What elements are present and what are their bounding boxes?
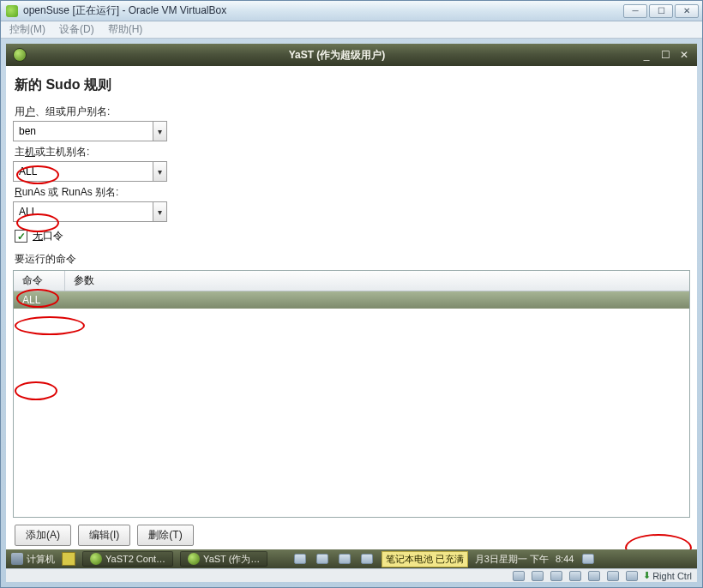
table-row[interactable]: ALL (14, 291, 689, 309)
tray-icon[interactable] (339, 554, 351, 564)
runas-input[interactable] (13, 201, 153, 222)
vm-min-button[interactable]: ─ (623, 4, 647, 18)
status-icon[interactable] (513, 571, 525, 581)
notes-icon[interactable] (62, 552, 75, 566)
tray-icon[interactable] (316, 554, 328, 564)
battery-status[interactable]: 笔记本电池 已充满 (382, 551, 468, 567)
runas-label: RunAs 或 RunAs 别名: (15, 185, 690, 200)
user-dropdown-button[interactable]: ▾ (153, 121, 167, 141)
yast-max-button[interactable]: ☐ (659, 49, 671, 61)
status-icon[interactable] (569, 571, 581, 581)
col-params: 参数 (65, 271, 689, 291)
host-dropdown-button[interactable]: ▾ (153, 161, 167, 182)
page-title: 新的 Sudo 规则 (15, 76, 690, 94)
vm-titlebar: openSuse [正在运行] - Oracle VM VirtualBox ─… (1, 1, 702, 21)
table-header: 命令 参数 (14, 271, 689, 291)
vm-menubar: 控制(M) 设备(D) 帮助(H) (1, 21, 702, 39)
task-yast-root[interactable]: YaST (作为… (180, 551, 267, 567)
clock-time[interactable]: 8:44 (556, 554, 574, 564)
user-input[interactable] (13, 121, 153, 141)
yast-window: YaST (作为超级用户) _ ☐ ✕ 新的 Sudo 规则 用户、组或用户别名… (6, 44, 697, 582)
vm-menu-control[interactable]: 控制(M) (9, 22, 45, 37)
delete-button[interactable]: 删除(T) (137, 525, 193, 546)
tray-icon[interactable] (582, 554, 594, 564)
commands-label: 要运行的命令 (15, 252, 690, 267)
gnome-taskbar: 计算机 YaST2 Cont… YaST (作为… 笔记本电池 已充满 月3日星… (6, 549, 697, 568)
yast-icon (13, 48, 27, 62)
host-label: 主机或主机别名: (15, 145, 690, 159)
host-key-indicator: ⬇Right Ctrl (643, 570, 692, 581)
opensuse-icon (6, 5, 18, 17)
status-icon[interactable] (588, 571, 600, 581)
status-icon[interactable] (626, 571, 638, 581)
runas-dropdown-button[interactable]: ▾ (153, 201, 167, 222)
add-button[interactable]: 添加(A) (15, 525, 71, 546)
vm-menu-help[interactable]: 帮助(H) (108, 22, 143, 37)
commands-table[interactable]: 命令 参数 ALL (13, 270, 690, 518)
edit-button[interactable]: 编辑(I) (78, 525, 130, 546)
col-command: 命令 (14, 271, 65, 291)
yast-min-button[interactable]: _ (640, 49, 652, 61)
tray-icon[interactable] (361, 554, 373, 564)
nopassword-checkbox[interactable]: ✓ (15, 230, 27, 243)
vm-menu-device[interactable]: 设备(D) (59, 22, 94, 37)
yast-title: YaST (作为超级用户) (33, 48, 640, 63)
nopassword-label: 无口令 (33, 229, 63, 243)
tray-icon[interactable] (294, 554, 306, 564)
status-icon[interactable] (550, 571, 562, 581)
status-icon[interactable] (532, 571, 544, 581)
task-yast-control[interactable]: YaST2 Cont… (82, 551, 173, 567)
status-icon[interactable] (607, 571, 619, 581)
vm-max-button[interactable]: ☐ (649, 4, 673, 18)
yast-close-button[interactable]: ✕ (678, 49, 690, 61)
clock-date[interactable]: 月3日星期一 下午 (475, 553, 549, 566)
vm-close-button[interactable]: ✕ (675, 4, 699, 18)
yast-titlebar: YaST (作为超级用户) _ ☐ ✕ (6, 44, 697, 66)
computer-menu[interactable]: 计算机 (11, 553, 55, 566)
user-label: 用户、组或用户别名: (15, 105, 690, 119)
vm-statusbar: ⬇Right Ctrl (6, 568, 697, 582)
vm-title: openSuse [正在运行] - Oracle VM VirtualBox (23, 3, 226, 18)
host-input[interactable] (13, 161, 153, 182)
